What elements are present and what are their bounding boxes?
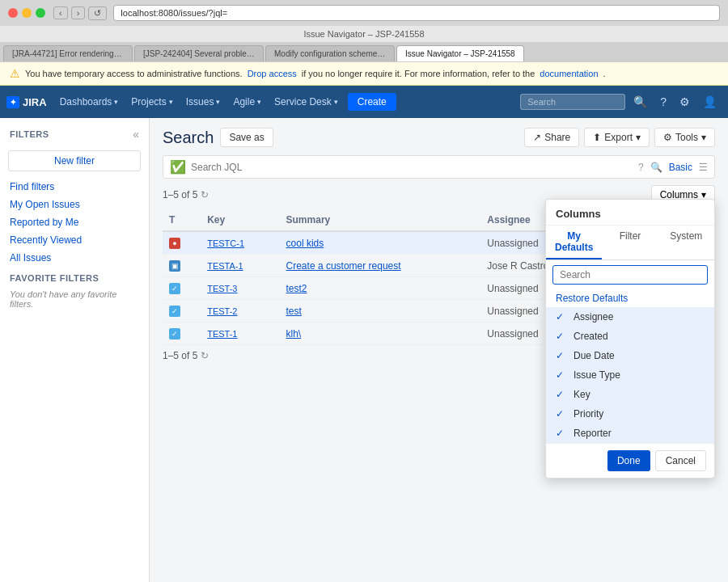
sidebar-favorite-empty: You don't have any favorite filters. bbox=[0, 286, 149, 312]
refresh-icon[interactable]: ↻ bbox=[201, 189, 209, 200]
cell-summary: cool kids bbox=[280, 231, 481, 255]
user-icon[interactable]: 👤 bbox=[698, 95, 722, 108]
col-key[interactable]: Key bbox=[201, 209, 279, 231]
cell-type: ✓ bbox=[163, 300, 201, 323]
restore-defaults-link[interactable]: Restore Defaults bbox=[546, 289, 714, 307]
sidebar: FILTERS « New filter Find filters My Ope… bbox=[0, 118, 150, 582]
sidebar-item-my-open-issues[interactable]: My Open Issues bbox=[0, 196, 149, 213]
new-filter-button[interactable]: New filter bbox=[8, 150, 141, 171]
column-item-assignee[interactable]: ✓ Assignee bbox=[546, 307, 714, 327]
sidebar-header: FILTERS « bbox=[0, 124, 149, 147]
sidebar-item-find-filters[interactable]: Find filters bbox=[0, 178, 149, 196]
refresh-button[interactable]: ↺ bbox=[88, 6, 107, 20]
cell-summary: test2 bbox=[280, 277, 481, 300]
browser-buttons bbox=[8, 8, 45, 18]
list-view-icon[interactable]: ☰ bbox=[699, 162, 708, 173]
nav-dashboards[interactable]: Dashboards ▾ bbox=[53, 86, 125, 118]
issue-key-link[interactable]: TEST-1 bbox=[207, 329, 237, 339]
column-item-due-date[interactable]: ✓ Due Date bbox=[546, 346, 714, 365]
export-label: Export bbox=[604, 132, 633, 143]
columns-search-input[interactable] bbox=[552, 265, 708, 285]
issue-summary-link[interactable]: test2 bbox=[286, 283, 307, 294]
footer-refresh-icon[interactable]: ↻ bbox=[201, 350, 209, 361]
sidebar-item-all-issues[interactable]: All Issues bbox=[0, 249, 149, 267]
nav-projects[interactable]: Projects ▾ bbox=[125, 86, 179, 118]
search-icon[interactable]: 🔍 bbox=[650, 162, 662, 173]
issue-key-link[interactable]: TESTC-1 bbox=[207, 238, 244, 248]
column-checkbox: ✓ bbox=[556, 350, 567, 361]
warning-text: You have temporary access to administrat… bbox=[25, 69, 243, 78]
drop-access-link[interactable]: Drop access bbox=[248, 69, 297, 78]
column-item-reporter[interactable]: ✓ Reporter bbox=[546, 424, 714, 443]
column-checkbox: ✓ bbox=[556, 428, 567, 439]
column-item-created[interactable]: ✓ Created bbox=[546, 327, 714, 346]
column-label: Assignee bbox=[574, 311, 613, 323]
browser-title: Issue Navigator – JSP-241558 bbox=[0, 26, 728, 42]
column-item-key[interactable]: ✓ Key bbox=[546, 385, 714, 404]
issue-type-icon: ✓ bbox=[169, 328, 180, 340]
col-tab-filter[interactable]: Filter bbox=[602, 226, 658, 259]
nav-agile[interactable]: Agile ▾ bbox=[226, 86, 268, 118]
sidebar-collapse-icon[interactable]: « bbox=[133, 128, 139, 141]
columns-items: ✓ Assignee ✓ Created ✓ Due Date ✓ Issue … bbox=[546, 307, 714, 443]
column-checkbox: ✓ bbox=[556, 369, 567, 381]
share-button[interactable]: ↗ Share bbox=[524, 128, 579, 147]
results-count: 1–5 of 5 ↻ bbox=[163, 189, 209, 200]
nav-search-input[interactable] bbox=[520, 94, 625, 110]
save-as-button[interactable]: Save as bbox=[220, 128, 273, 147]
browser-tabs: [JRA-44721] Error rendering 'mul... [JSP… bbox=[0, 42, 728, 61]
main-content: Search Save as ↗ Share ⬆ Export ▾ ⚙ Tool… bbox=[150, 118, 728, 582]
issue-summary-link[interactable]: cool kids bbox=[286, 238, 324, 249]
search-help-icon[interactable]: ? bbox=[638, 162, 644, 173]
browser-tab-2[interactable]: Modify configuration scheme cont... bbox=[265, 45, 395, 61]
browser-tab-1[interactable]: [JSP-242404] Several problems af... bbox=[134, 45, 264, 61]
warning-text-end: . bbox=[603, 69, 606, 78]
jira-nav: ✦ JIRA Dashboards ▾ Projects ▾ Issues ▾ … bbox=[0, 86, 728, 118]
browser-tab-3[interactable]: Issue Navigator – JSP-241558 bbox=[396, 45, 524, 61]
sidebar-item-reported-by-me[interactable]: Reported by Me bbox=[0, 213, 149, 231]
browser-tab-0[interactable]: [JRA-44721] Error rendering 'mul... bbox=[3, 45, 133, 61]
export-button[interactable]: ⬆ Export ▾ bbox=[584, 128, 650, 147]
column-item-priority[interactable]: ✓ Priority bbox=[546, 404, 714, 424]
cell-key: TESTC-1 bbox=[201, 231, 279, 255]
issue-summary-link[interactable]: Create a customer request bbox=[286, 260, 401, 272]
help-icon[interactable]: ? bbox=[655, 95, 671, 108]
done-button[interactable]: Done bbox=[607, 450, 650, 471]
main-layout: FILTERS « New filter Find filters My Ope… bbox=[0, 118, 728, 582]
minimize-button[interactable] bbox=[22, 8, 32, 18]
cell-type: ● bbox=[163, 231, 201, 255]
maximize-button[interactable] bbox=[36, 8, 45, 18]
cell-summary: test bbox=[280, 300, 481, 323]
nav-servicedesk[interactable]: Service Desk ▾ bbox=[268, 86, 345, 118]
column-checkbox: ✓ bbox=[556, 311, 567, 323]
search-input[interactable] bbox=[191, 162, 638, 173]
issue-summary-link[interactable]: klh\ bbox=[286, 328, 302, 340]
column-label: Reporter bbox=[574, 428, 612, 439]
search-status-icon: ✅ bbox=[170, 159, 186, 175]
documentation-link[interactable]: documentation bbox=[540, 69, 598, 78]
cell-type: ✓ bbox=[163, 323, 201, 345]
column-label: Priority bbox=[574, 408, 603, 420]
tools-button[interactable]: ⚙ Tools ▾ bbox=[654, 128, 715, 147]
col-tab-my-defaults[interactable]: My Defaults bbox=[546, 226, 602, 259]
cancel-button[interactable]: Cancel bbox=[655, 450, 706, 471]
col-summary[interactable]: Summary bbox=[280, 209, 481, 231]
issue-type-icon: ✓ bbox=[169, 283, 180, 294]
basic-toggle[interactable]: Basic bbox=[669, 162, 692, 173]
forward-button[interactable]: › bbox=[71, 6, 86, 19]
column-item-issue-type[interactable]: ✓ Issue Type bbox=[546, 365, 714, 385]
back-button[interactable]: ‹ bbox=[53, 6, 68, 19]
settings-icon[interactable]: ⚙ bbox=[675, 95, 695, 108]
url-bar[interactable]: localhost:8080/issues/?jql= bbox=[113, 5, 720, 21]
issue-summary-link[interactable]: test bbox=[286, 306, 302, 317]
issue-key-link[interactable]: TEST-3 bbox=[207, 284, 237, 293]
nav-issues[interactable]: Issues ▾ bbox=[180, 86, 227, 118]
create-button[interactable]: Create bbox=[348, 93, 396, 111]
cell-type: ✓ bbox=[163, 277, 201, 300]
search-icon[interactable]: 🔍 bbox=[629, 95, 652, 108]
col-tab-system[interactable]: System bbox=[658, 226, 714, 259]
issue-key-link[interactable]: TEST-2 bbox=[207, 306, 237, 316]
issue-key-link[interactable]: TESTA-1 bbox=[207, 261, 243, 271]
close-button[interactable] bbox=[8, 8, 18, 18]
sidebar-item-recently-viewed[interactable]: Recently Viewed bbox=[0, 231, 149, 249]
